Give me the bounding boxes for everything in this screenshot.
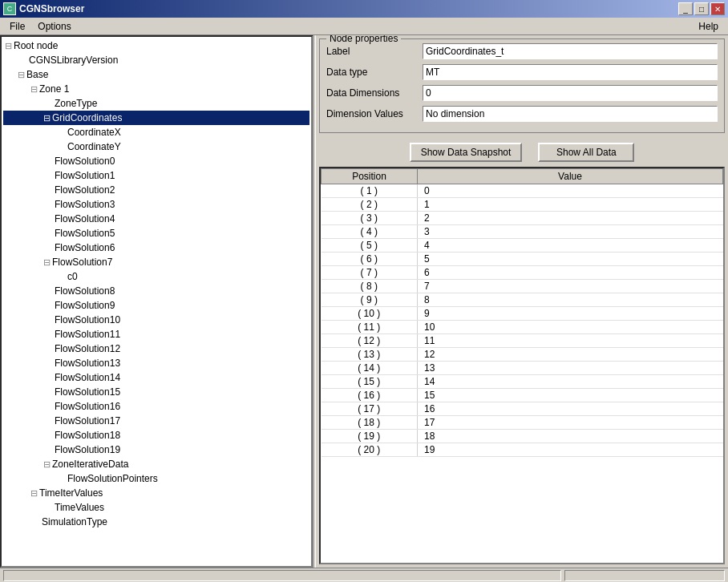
value-cell: 10 — [418, 321, 723, 334]
tree-item-coordy[interactable]: CoordinateY — [3, 139, 309, 154]
table-row[interactable]: ( 15 )14 — [322, 375, 723, 389]
table-row[interactable]: ( 18 )17 — [322, 416, 723, 430]
position-cell: ( 4 ) — [322, 225, 418, 239]
table-row[interactable]: ( 7 )6 — [322, 266, 723, 280]
tree-item-flow6[interactable]: FlowSolution6 — [3, 240, 309, 255]
tree-item-flow9[interactable]: FlowSolution9 — [3, 298, 309, 313]
action-buttons: Show Data Snapshot Show All Data — [319, 143, 725, 162]
tree-item-label: FlowSolution0 — [55, 156, 115, 167]
table-row[interactable]: ( 17 )16 — [322, 402, 723, 416]
tree-item-flow15[interactable]: FlowSolution15 — [3, 385, 309, 399]
tree-item-root[interactable]: ⊟Root node — [3, 38, 309, 53]
help-menu[interactable]: Help — [692, 19, 725, 34]
close-button[interactable]: ✕ — [710, 2, 725, 15]
group-title: Node properties — [326, 35, 401, 44]
table-row[interactable]: ( 19 )18 — [322, 430, 723, 443]
minimize-button[interactable]: _ — [678, 2, 693, 15]
tree-item-label: FlowSolution11 — [55, 329, 120, 340]
tree-item-gridcoords[interactable]: ⊟GridCoordinates — [3, 111, 309, 125]
tree-item-timeiter[interactable]: ⊟TimeIterValues — [3, 486, 309, 500]
position-cell: ( 13 ) — [322, 348, 418, 362]
value-cell: 8 — [418, 293, 723, 307]
dimvalues-input[interactable] — [423, 106, 718, 122]
tree-item-label: FlowSolution6 — [55, 242, 115, 253]
tree-item-flow10[interactable]: FlowSolution10 — [3, 313, 309, 327]
table-row[interactable]: ( 2 )1 — [322, 198, 723, 212]
tree-item-zoneiter[interactable]: ⊟ZoneIterativeData — [3, 457, 309, 471]
value-cell: 1 — [418, 198, 723, 212]
tree-item-flow12[interactable]: FlowSolution12 — [3, 342, 309, 356]
datadims-row: Data Dimensions — [326, 84, 718, 102]
table-row[interactable]: ( 9 )8 — [322, 293, 723, 307]
tree-item-flow16[interactable]: FlowSolution16 — [3, 399, 309, 414]
label-input[interactable] — [423, 43, 718, 59]
table-row[interactable]: ( 11 )10 — [322, 321, 723, 334]
tree-item-flow13[interactable]: FlowSolution13 — [3, 356, 309, 370]
value-cell: 7 — [418, 280, 723, 293]
tree-item-flow3[interactable]: FlowSolution3 — [3, 197, 309, 212]
tree-item-flow18[interactable]: FlowSolution18 — [3, 428, 309, 443]
status-pane-right — [564, 570, 725, 581]
data-table: Position Value ( 1 )0( 2 )1( 3 )2( 4 )3(… — [321, 168, 723, 457]
table-row[interactable]: ( 8 )7 — [322, 280, 723, 293]
tree-item-flow17[interactable]: FlowSolution17 — [3, 414, 309, 428]
position-cell: ( 6 ) — [322, 253, 418, 266]
data-table-container[interactable]: Position Value ( 1 )0( 2 )1( 3 )2( 4 )3(… — [319, 167, 725, 564]
table-row[interactable]: ( 20 )19 — [322, 443, 723, 457]
value-cell: 17 — [418, 416, 723, 430]
datatype-input[interactable] — [423, 64, 718, 80]
position-cell: ( 20 ) — [322, 443, 418, 457]
tree-item-flow1[interactable]: FlowSolution1 — [3, 168, 309, 183]
tree-item-c0[interactable]: c0 — [3, 269, 309, 284]
tree-item-flowsolptrs[interactable]: FlowSolutionPointers — [3, 471, 309, 486]
tree-item-zone1[interactable]: ⊟Zone 1 — [3, 82, 309, 96]
table-row[interactable]: ( 5 )4 — [322, 239, 723, 253]
tree-panel[interactable]: ⊟Root nodeCGNSLibraryVersion⊟Base⊟Zone 1… — [0, 35, 313, 568]
tree-item-base[interactable]: ⊟Base — [3, 67, 309, 82]
table-row[interactable]: ( 12 )11 — [322, 334, 723, 348]
value-cell: 19 — [418, 443, 723, 457]
table-row[interactable]: ( 10 )9 — [322, 307, 723, 321]
table-row[interactable]: ( 6 )5 — [322, 253, 723, 266]
tree-item-flow8[interactable]: FlowSolution8 — [3, 284, 309, 298]
tree-item-label: CoordinateY — [67, 141, 121, 152]
tree-item-label: FlowSolution9 — [55, 300, 115, 311]
position-cell: ( 12 ) — [322, 334, 418, 348]
tree-item-simtype[interactable]: SimulationType — [3, 515, 309, 529]
tree-item-label: ZoneIterativeData — [52, 459, 128, 470]
tree-item-label: c0 — [67, 271, 78, 282]
tree-item-cgns[interactable]: CGNSLibraryVersion — [3, 53, 309, 67]
datadims-input[interactable] — [423, 85, 718, 101]
position-cell: ( 3 ) — [322, 212, 418, 225]
show-all-button[interactable]: Show All Data — [538, 143, 634, 162]
options-menu[interactable]: Options — [31, 19, 77, 34]
tree-item-flow19[interactable]: FlowSolution19 — [3, 443, 309, 457]
value-cell: 5 — [418, 253, 723, 266]
tree-item-coordx[interactable]: CoordinateX — [3, 125, 309, 139]
tree-item-flow0[interactable]: FlowSolution0 — [3, 154, 309, 168]
maximize-button[interactable]: □ — [694, 2, 709, 15]
table-row[interactable]: ( 14 )13 — [322, 362, 723, 375]
table-row[interactable]: ( 4 )3 — [322, 225, 723, 239]
table-row[interactable]: ( 16 )15 — [322, 389, 723, 402]
tree-item-zonetype[interactable]: ZoneType — [3, 96, 309, 111]
tree-item-label: FlowSolution12 — [55, 343, 120, 354]
position-cell: ( 5 ) — [322, 239, 418, 253]
table-row[interactable]: ( 13 )12 — [322, 348, 723, 362]
tree-item-flow4[interactable]: FlowSolution4 — [3, 212, 309, 226]
tree-item-flow14[interactable]: FlowSolution14 — [3, 370, 309, 385]
show-snapshot-button[interactable]: Show Data Snapshot — [410, 143, 523, 162]
dimvalues-row: Dimension Values — [326, 105, 718, 123]
tree-item-flow11[interactable]: FlowSolution11 — [3, 327, 309, 342]
main-content: ⊟Root nodeCGNSLibraryVersion⊟Base⊟Zone 1… — [0, 35, 728, 568]
tree-item-label: Base — [26, 69, 48, 80]
tree-item-flow7[interactable]: ⊟FlowSolution7 — [3, 255, 309, 269]
value-cell: 2 — [418, 212, 723, 225]
tree-item-timevalues[interactable]: TimeValues — [3, 500, 309, 515]
tree-item-flow2[interactable]: FlowSolution2 — [3, 183, 309, 197]
table-row[interactable]: ( 1 )0 — [322, 184, 723, 198]
tree-item-flow5[interactable]: FlowSolution5 — [3, 226, 309, 240]
file-menu[interactable]: File — [3, 19, 31, 34]
position-cell: ( 16 ) — [322, 389, 418, 402]
table-row[interactable]: ( 3 )2 — [322, 212, 723, 225]
